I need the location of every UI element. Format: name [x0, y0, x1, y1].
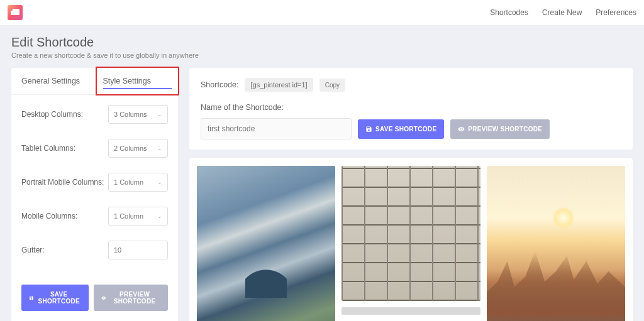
label-desktop-columns: Desktop Columns: [21, 110, 108, 119]
button-label: PREVIEW SHORTCODE [109, 291, 160, 305]
field-desktop-columns: Desktop Columns: 3 Columns ⌄ [21, 105, 168, 124]
nav-shortcodes[interactable]: Shortcodes [490, 8, 528, 17]
eye-icon [458, 126, 465, 133]
page-header: Edit Shortcode Create a new shortcode & … [0, 25, 644, 68]
field-mobile-columns: Mobile Columns: 1 Column ⌄ [21, 207, 168, 226]
select-value: 3 Columns [114, 111, 147, 118]
field-tablet-columns: Tablet Columns: 2 Columns ⌄ [21, 139, 168, 158]
select-portrait-mobile-columns[interactable]: 1 Column ⌄ [108, 173, 168, 192]
nav-create-new[interactable]: Create New [542, 8, 582, 17]
label-gutter: Gutter: [21, 246, 108, 254]
button-label: SAVE SHORTCODE [37, 291, 81, 305]
field-gutter: Gutter: [21, 241, 168, 259]
save-icon [29, 295, 34, 302]
select-value: 1 Column [114, 178, 143, 186]
select-value: 1 Column [114, 212, 143, 220]
preview-shortcode-button[interactable]: PREVIEW SHORTCODE [94, 285, 168, 311]
select-tablet-columns[interactable]: 2 Columns ⌄ [108, 139, 168, 158]
settings-sidebar: General Settings Style Settings Desktop … [11, 68, 178, 321]
top-nav: Shortcodes Create New Preferences [490, 8, 636, 17]
shortcode-code: [gs_pinterest id=1] [245, 78, 313, 92]
gallery-image [487, 166, 625, 321]
chevron-down-icon: ⌄ [157, 179, 162, 185]
select-value: 2 Columns [114, 144, 147, 152]
gallery-image [341, 166, 480, 301]
select-desktop-columns[interactable]: 3 Columns ⌄ [108, 105, 168, 124]
tab-style-settings[interactable]: Style Settings [96, 67, 180, 95]
preview-shortcode-button-main[interactable]: PREVIEW SHORTCODE [450, 119, 550, 139]
shortcode-panel: Shortcode: [gs_pinterest id=1] Copy Name… [189, 68, 633, 150]
chevron-down-icon: ⌄ [157, 213, 162, 219]
save-icon [365, 126, 372, 133]
page-title: Edit Shortcode [11, 35, 633, 50]
gallery-image [341, 307, 480, 315]
preview-gallery [189, 158, 633, 321]
field-portrait-mobile-columns: Portrait Mobile Columns: 1 Column ⌄ [21, 173, 168, 192]
save-shortcode-button[interactable]: SAVE SHORTCODE [21, 285, 89, 311]
nav-preferences[interactable]: Preferences [596, 8, 636, 17]
shortcode-name-input[interactable] [201, 118, 352, 139]
settings-tabs: General Settings Style Settings [11, 68, 178, 95]
save-shortcode-button-main[interactable]: SAVE SHORTCODE [358, 119, 444, 139]
gallery-image [197, 166, 335, 321]
shortcode-name-label: Name of the Shortcode: [201, 103, 621, 112]
main-area: Shortcode: [gs_pinterest id=1] Copy Name… [189, 68, 633, 321]
copy-button[interactable]: Copy [319, 79, 345, 92]
chevron-down-icon: ⌄ [157, 145, 162, 151]
eye-icon [101, 295, 106, 302]
topbar: Shortcodes Create New Preferences [0, 0, 644, 25]
tab-general-settings[interactable]: General Settings [11, 68, 97, 94]
label-tablet-columns: Tablet Columns: [21, 144, 108, 153]
input-gutter[interactable] [108, 241, 168, 259]
page-subtitle: Create a new shortcode & save it to use … [11, 52, 633, 59]
chevron-down-icon: ⌄ [157, 111, 162, 117]
shortcode-label: Shortcode: [201, 80, 238, 89]
button-label: PREVIEW SHORTCODE [468, 126, 542, 133]
label-mobile-columns: Mobile Columns: [21, 212, 108, 220]
button-label: SAVE SHORTCODE [375, 126, 436, 133]
label-portrait-mobile-columns: Portrait Mobile Columns: [21, 178, 108, 187]
app-logo [8, 5, 23, 20]
select-mobile-columns[interactable]: 1 Column ⌄ [108, 207, 168, 226]
